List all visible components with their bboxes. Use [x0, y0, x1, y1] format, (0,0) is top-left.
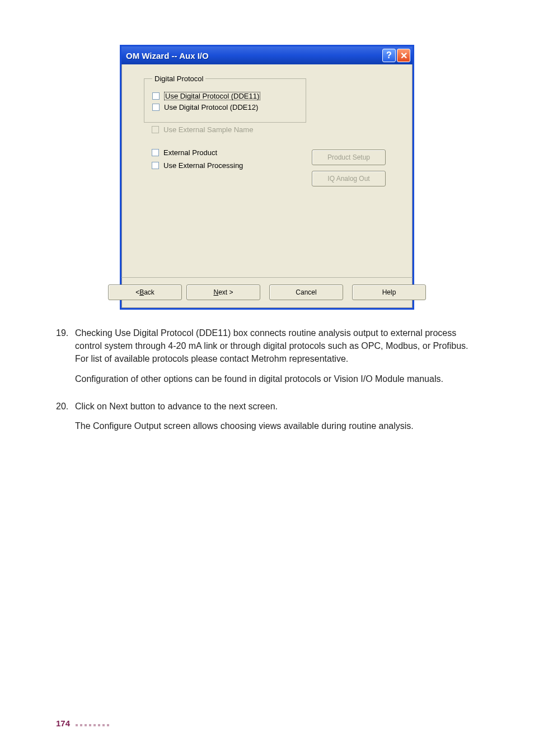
item-number-19: 19. — [56, 326, 75, 392]
checkbox-ext-sample — [152, 126, 159, 133]
dialog-title: OM Wizard -- Aux I/O — [126, 51, 382, 60]
back-button[interactable]: < Back — [108, 284, 182, 300]
cancel-button[interactable]: Cancel — [269, 284, 343, 300]
document-list: 19. Checking Use Digital Protocol (DDE11… — [56, 326, 478, 439]
side-buttons: Product Setup IQ Analog Out — [312, 150, 386, 186]
checkbox-label-dde11: Use Digital Protocol (DDE11) — [164, 92, 260, 100]
product-setup-button: Product Setup — [312, 150, 386, 165]
dialog-om-wizard-aux-io: OM Wizard -- Aux I/O ? ✕ Digital Protoco… — [120, 45, 414, 310]
help-icon[interactable]: ? — [382, 49, 396, 62]
checkbox-label-dde12: Use Digital Protocol (DDE12) — [164, 104, 258, 111]
page-footer: 174 — [56, 718, 111, 728]
checkbox-ext-processing[interactable] — [152, 162, 159, 169]
checkbox-label-ext-sample: Use External Sample Name — [163, 126, 253, 133]
checkbox-label-ext-processing: Use External Processing — [163, 162, 243, 169]
checkbox-row-ext-sample: Use External Sample Name — [152, 126, 400, 133]
footer-dots — [76, 718, 111, 728]
dialog-titlebar: OM Wizard -- Aux I/O ? ✕ — [121, 46, 413, 64]
iq-analog-out-button: IQ Analog Out — [312, 171, 386, 186]
titlebar-buttons: ? ✕ — [382, 49, 410, 62]
page: OM Wizard -- Aux I/O ? ✕ Digital Protoco… — [0, 0, 534, 756]
item-body-19: Checking Use Digital Protocol (DDE11) bo… — [75, 326, 478, 392]
checkbox-dde11[interactable] — [152, 92, 160, 100]
wizard-buttons: < Back Next > Cancel Help — [121, 277, 413, 308]
item-body-20: Click on Next button to advance to the n… — [75, 400, 414, 439]
checkbox-dde12[interactable] — [152, 104, 160, 111]
item20-paragraph2: The Configure Output screen allows choos… — [75, 419, 414, 432]
list-item-20: 20. Click on Next button to advance to t… — [56, 400, 478, 439]
item19-paragraph1: Checking Use Digital Protocol (DDE11) bo… — [75, 326, 478, 366]
next-button[interactable]: Next > — [186, 284, 260, 300]
page-number: 174 — [56, 718, 70, 728]
checkbox-row-dde12[interactable]: Use Digital Protocol (DDE12) — [152, 104, 298, 111]
item20-paragraph1: Click on Next button to advance to the n… — [75, 400, 414, 413]
dialog-body: Digital Protocol Use Digital Protocol (D… — [121, 64, 413, 277]
checkbox-row-dde11[interactable]: Use Digital Protocol (DDE11) — [152, 92, 298, 100]
group-legend: Digital Protocol — [152, 74, 205, 83]
checkbox-ext-product[interactable] — [152, 149, 159, 156]
close-icon[interactable]: ✕ — [397, 49, 410, 62]
help-button[interactable]: Help — [352, 284, 426, 300]
item-number-20: 20. — [56, 400, 75, 439]
item19-paragraph2: Configuration of other options can be fo… — [75, 372, 478, 385]
list-item-19: 19. Checking Use Digital Protocol (DDE11… — [56, 326, 478, 392]
group-digital-protocol: Digital Protocol Use Digital Protocol (D… — [144, 74, 306, 123]
checkbox-label-ext-product: External Product — [163, 149, 217, 156]
